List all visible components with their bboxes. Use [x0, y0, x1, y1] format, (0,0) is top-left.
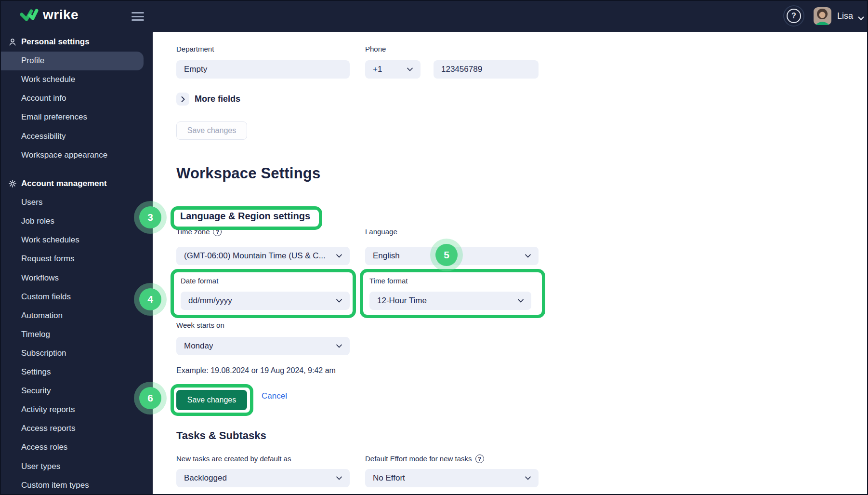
sidebar-item-profile[interactable]: Profile [1, 52, 144, 70]
week-starts-label: Week starts on [176, 321, 224, 330]
chevron-down-icon [336, 344, 342, 348]
week-starts-select[interactable]: Monday [176, 337, 350, 355]
sidebar-item-settings[interactable]: Settings [1, 362, 153, 381]
settings-nav: Personal settings Profile Work schedule … [1, 32, 153, 495]
department-label: Department [176, 45, 214, 54]
tasks-subtasks-heading: Tasks & Subtasks [176, 429, 266, 442]
chevron-down-icon [336, 254, 342, 258]
sidebar-item-work-schedules[interactable]: Work schedules [1, 231, 153, 250]
sidebar-item-work-schedule[interactable]: Work schedule [1, 70, 153, 89]
phone-number-field[interactable]: 123456789 [434, 60, 539, 79]
annotation-rect-time-format: Time format 12-Hour Time [360, 269, 545, 318]
sidebar-item-accessibility[interactable]: Accessibility [1, 127, 153, 146]
sidebar-item-workflows[interactable]: Workflows [1, 268, 153, 287]
more-fields-label[interactable]: More fields [195, 94, 240, 104]
language-region-heading: Language & Region settings [180, 211, 310, 222]
wrike-logo-icon [20, 8, 39, 22]
help-circle-icon[interactable]: ? [475, 455, 484, 463]
save-changes-button[interactable]: Save changes [176, 390, 247, 410]
more-fields-expander[interactable] [176, 93, 189, 106]
sidebar-item-request-forms[interactable]: Request forms [1, 250, 153, 268]
sidebar-item-workspace-appearance[interactable]: Workspace appearance [1, 146, 153, 164]
annotation-badge-6: 6 [139, 387, 161, 409]
app-window: Personal settings Profile Work schedule … [0, 0, 868, 495]
time-zone-select[interactable]: (GMT-06:00) Mountain Time (US & C... [176, 247, 350, 265]
person-icon [8, 38, 17, 46]
help-button[interactable]: ? [783, 5, 804, 27]
annotation-badge-5: 5 [435, 244, 458, 266]
nav-section-account-management: Account management [1, 174, 153, 193]
chevron-down-icon [525, 476, 531, 480]
top-bar: wrike ? Lisa [1, 1, 867, 32]
workspace-settings-title: Workspace Settings [176, 165, 320, 182]
date-format-select[interactable]: dd/mm/yyyy [181, 292, 350, 310]
chevron-down-icon [336, 299, 342, 303]
nav-section-label: Personal settings [21, 37, 90, 47]
sidebar-item-subscription[interactable]: Subscription [1, 344, 153, 362]
phone-label: Phone [365, 45, 386, 54]
language-label: Language [365, 227, 397, 236]
question-mark-icon: ? [787, 9, 801, 23]
sidebar-item-job-roles[interactable]: Job roles [1, 212, 153, 231]
sidebar-item-custom-fields[interactable]: Custom fields [1, 287, 153, 306]
sidebar-item-security[interactable]: Security [1, 382, 153, 401]
main-content: Department Phone Empty +1 123456789 More… [153, 32, 867, 494]
chevron-down-icon [407, 67, 413, 71]
annotation-rect-language-region: Language & Region settings [171, 206, 322, 230]
time-format-label: Time format [369, 277, 408, 285]
time-format-select[interactable]: 12-Hour Time [369, 292, 531, 310]
chevron-down-icon [518, 299, 524, 303]
chevron-down-icon[interactable] [858, 14, 864, 23]
annotation-badge-3: 3 [139, 206, 161, 228]
chevron-right-icon [181, 96, 185, 102]
date-format-label: Date format [181, 277, 218, 285]
new-tasks-select[interactable]: Backlogged [176, 469, 350, 487]
phone-country-code-select[interactable]: +1 [365, 60, 421, 79]
annotation-rect-save: Save changes [171, 384, 253, 416]
sidebar-item-timelog[interactable]: Timelog [1, 325, 153, 344]
chevron-down-icon [336, 476, 342, 480]
sidebar-item-activity-reports[interactable]: Activity reports [1, 401, 153, 419]
sidebar-item-users[interactable]: Users [1, 193, 153, 212]
cancel-link[interactable]: Cancel [262, 391, 287, 401]
effort-mode-label: Default Effort mode for new tasks ? [365, 455, 484, 463]
sidebar-item-automation[interactable]: Automation [1, 306, 153, 325]
sidebar-item-access-roles[interactable]: Access roles [1, 438, 153, 457]
sidebar-item-email-preferences[interactable]: Email preferences [1, 108, 153, 127]
sidebar: Personal settings Profile Work schedule … [1, 1, 153, 494]
user-name[interactable]: Lisa [837, 11, 853, 21]
nav-section-personal-settings: Personal settings [1, 33, 153, 52]
user-avatar[interactable] [814, 7, 831, 25]
sidebar-item-access-reports[interactable]: Access reports [1, 419, 153, 438]
annotation-rect-date-format: Date format dd/mm/yyyy [171, 269, 356, 318]
sidebar-item-custom-item-types[interactable]: Custom item types [1, 476, 153, 495]
wrike-logo[interactable]: wrike [20, 7, 79, 23]
nav-section-label: Account management [21, 179, 107, 188]
department-field[interactable]: Empty [176, 60, 350, 79]
chevron-down-icon [525, 254, 531, 258]
profile-save-changes-button[interactable]: Save changes [176, 121, 247, 140]
hamburger-menu-icon[interactable] [132, 12, 144, 21]
sidebar-item-account-info[interactable]: Account info [1, 89, 153, 108]
annotation-badge-4: 4 [139, 288, 161, 310]
new-tasks-label: New tasks are created by default as [176, 455, 291, 463]
brand-name: wrike [43, 7, 79, 23]
sidebar-item-user-types[interactable]: User types [1, 457, 153, 476]
format-example-text: Example: 19.08.2024 or 19 Aug 2024, 9:42… [176, 366, 336, 375]
gear-icon [8, 179, 17, 188]
effort-mode-select[interactable]: No Effort [365, 469, 539, 487]
